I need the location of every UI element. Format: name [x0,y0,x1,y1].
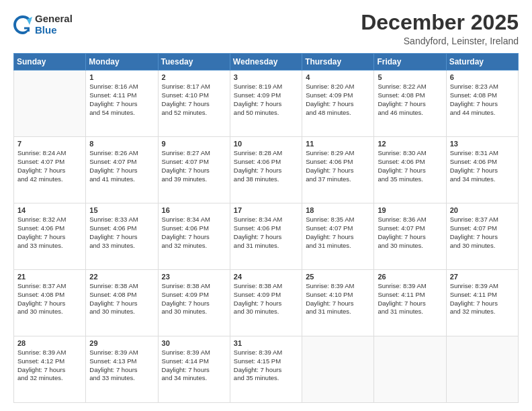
day-number: 12 [378,140,442,148]
header: General Blue December 2025 Sandyford, Le… [13,11,519,46]
day-number: 21 [17,273,82,281]
day-number: 18 [306,206,370,214]
calendar-week-4: 21Sunrise: 8:37 AM Sunset: 4:08 PM Dayli… [14,270,519,336]
calendar-week-2: 7Sunrise: 8:24 AM Sunset: 4:07 PM Daylig… [14,137,519,203]
day-number: 7 [17,140,82,148]
calendar-header-row: Sunday Monday Tuesday Wednesday Thursday… [14,54,519,71]
day-number: 13 [450,140,515,148]
day-number: 28 [17,339,82,347]
day-info: Sunrise: 8:26 AM Sunset: 4:07 PM Dayligh… [89,149,154,183]
day-number: 4 [306,73,370,81]
day-number: 16 [162,206,226,214]
table-row [14,71,86,137]
day-info: Sunrise: 8:33 AM Sunset: 4:06 PM Dayligh… [89,216,154,250]
title-block: December 2025 Sandyford, Leinster, Irela… [361,11,519,46]
table-row: 8Sunrise: 8:26 AM Sunset: 4:07 PM Daylig… [86,137,158,203]
day-number: 31 [234,339,298,347]
day-number: 11 [306,140,370,148]
calendar-week-1: 1Sunrise: 8:16 AM Sunset: 4:11 PM Daylig… [14,71,519,137]
day-number: 26 [378,273,442,281]
location-subtitle: Sandyford, Leinster, Ireland [361,36,519,46]
day-number: 1 [89,73,154,81]
day-number: 20 [450,206,515,214]
col-friday: Friday [374,54,446,71]
col-tuesday: Tuesday [158,54,230,71]
day-info: Sunrise: 8:37 AM Sunset: 4:07 PM Dayligh… [450,216,515,250]
day-number: 17 [234,206,298,214]
day-number: 3 [234,73,298,81]
table-row: 21Sunrise: 8:37 AM Sunset: 4:08 PM Dayli… [14,270,86,336]
table-row: 3Sunrise: 8:19 AM Sunset: 4:09 PM Daylig… [230,71,302,137]
day-info: Sunrise: 8:22 AM Sunset: 4:08 PM Dayligh… [378,83,442,117]
table-row: 5Sunrise: 8:22 AM Sunset: 4:08 PM Daylig… [374,71,446,137]
day-info: Sunrise: 8:39 AM Sunset: 4:14 PM Dayligh… [162,349,226,383]
day-number: 2 [162,73,226,81]
table-row: 26Sunrise: 8:39 AM Sunset: 4:11 PM Dayli… [374,270,446,336]
day-info: Sunrise: 8:34 AM Sunset: 4:06 PM Dayligh… [162,216,226,250]
day-info: Sunrise: 8:36 AM Sunset: 4:07 PM Dayligh… [378,216,442,250]
col-saturday: Saturday [446,54,518,71]
day-info: Sunrise: 8:17 AM Sunset: 4:10 PM Dayligh… [162,83,226,117]
day-info: Sunrise: 8:32 AM Sunset: 4:06 PM Dayligh… [17,216,82,250]
day-info: Sunrise: 8:39 AM Sunset: 4:11 PM Dayligh… [450,282,515,316]
day-number: 23 [162,273,226,281]
day-number: 19 [378,206,442,214]
day-info: Sunrise: 8:30 AM Sunset: 4:06 PM Dayligh… [378,149,442,183]
calendar-table: Sunday Monday Tuesday Wednesday Thursday… [13,53,519,403]
day-info: Sunrise: 8:38 AM Sunset: 4:08 PM Dayligh… [89,282,154,316]
table-row: 13Sunrise: 8:31 AM Sunset: 4:06 PM Dayli… [446,137,518,203]
table-row: 31Sunrise: 8:39 AM Sunset: 4:15 PM Dayli… [230,336,302,403]
table-row: 1Sunrise: 8:16 AM Sunset: 4:11 PM Daylig… [86,71,158,137]
table-row: 24Sunrise: 8:38 AM Sunset: 4:09 PM Dayli… [230,270,302,336]
day-number: 25 [306,273,370,281]
logo-blue-text: Blue [35,25,73,36]
table-row: 10Sunrise: 8:28 AM Sunset: 4:06 PM Dayli… [230,137,302,203]
day-info: Sunrise: 8:19 AM Sunset: 4:09 PM Dayligh… [234,83,298,117]
day-info: Sunrise: 8:39 AM Sunset: 4:11 PM Dayligh… [378,282,442,316]
day-info: Sunrise: 8:35 AM Sunset: 4:07 PM Dayligh… [306,216,370,250]
table-row: 17Sunrise: 8:34 AM Sunset: 4:06 PM Dayli… [230,203,302,270]
table-row: 23Sunrise: 8:38 AM Sunset: 4:09 PM Dayli… [158,270,230,336]
day-number: 24 [234,273,298,281]
day-number: 6 [450,73,515,81]
logo-text: General Blue [35,13,73,36]
day-info: Sunrise: 8:16 AM Sunset: 4:11 PM Dayligh… [89,83,154,117]
logo-general-text: General [35,13,73,25]
table-row: 29Sunrise: 8:39 AM Sunset: 4:13 PM Dayli… [86,336,158,403]
table-row: 20Sunrise: 8:37 AM Sunset: 4:07 PM Dayli… [446,203,518,270]
table-row: 16Sunrise: 8:34 AM Sunset: 4:06 PM Dayli… [158,203,230,270]
table-row: 30Sunrise: 8:39 AM Sunset: 4:14 PM Dayli… [158,336,230,403]
page: General Blue December 2025 Sandyford, Le… [0,0,532,411]
day-number: 5 [378,73,442,81]
table-row: 9Sunrise: 8:27 AM Sunset: 4:07 PM Daylig… [158,137,230,203]
table-row [302,336,374,403]
calendar-week-5: 28Sunrise: 8:39 AM Sunset: 4:12 PM Dayli… [14,336,519,403]
day-info: Sunrise: 8:27 AM Sunset: 4:07 PM Dayligh… [162,149,226,183]
logo: General Blue [13,13,73,36]
day-info: Sunrise: 8:31 AM Sunset: 4:06 PM Dayligh… [450,149,515,183]
day-info: Sunrise: 8:37 AM Sunset: 4:08 PM Dayligh… [17,282,82,316]
col-thursday: Thursday [302,54,374,71]
day-number: 15 [89,206,154,214]
day-number: 29 [89,339,154,347]
table-row: 6Sunrise: 8:23 AM Sunset: 4:08 PM Daylig… [446,71,518,137]
day-info: Sunrise: 8:38 AM Sunset: 4:09 PM Dayligh… [234,282,298,316]
col-sunday: Sunday [14,54,86,71]
day-info: Sunrise: 8:29 AM Sunset: 4:06 PM Dayligh… [306,149,370,183]
day-info: Sunrise: 8:39 AM Sunset: 4:10 PM Dayligh… [306,282,370,316]
day-info: Sunrise: 8:38 AM Sunset: 4:09 PM Dayligh… [162,282,226,316]
day-number: 22 [89,273,154,281]
day-number: 8 [89,140,154,148]
day-info: Sunrise: 8:23 AM Sunset: 4:08 PM Dayligh… [450,83,515,117]
day-number: 30 [162,339,226,347]
table-row: 2Sunrise: 8:17 AM Sunset: 4:10 PM Daylig… [158,71,230,137]
table-row: 27Sunrise: 8:39 AM Sunset: 4:11 PM Dayli… [446,270,518,336]
col-wednesday: Wednesday [230,54,302,71]
day-info: Sunrise: 8:28 AM Sunset: 4:06 PM Dayligh… [234,149,298,183]
day-number: 10 [234,140,298,148]
table-row: 22Sunrise: 8:38 AM Sunset: 4:08 PM Dayli… [86,270,158,336]
day-number: 27 [450,273,515,281]
table-row [446,336,518,403]
table-row: 18Sunrise: 8:35 AM Sunset: 4:07 PM Dayli… [302,203,374,270]
table-row: 28Sunrise: 8:39 AM Sunset: 4:12 PM Dayli… [14,336,86,403]
